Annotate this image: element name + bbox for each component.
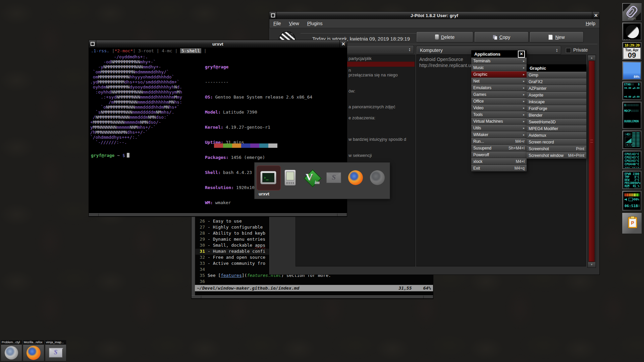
terminal-titlebar[interactable]: urxvt ✕: [89, 40, 347, 48]
close-button[interactable]: ✕: [339, 40, 347, 48]
submenu-arrow-icon: ▸: [523, 73, 525, 76]
list-item[interactable]: w bardziej intuicyjny sposób d: [348, 137, 406, 142]
menu-item-run[interactable]: Run...M4+r: [471, 138, 527, 145]
menu-item-terminals[interactable]: Terminals▸: [471, 58, 527, 64]
dockapp-lcd-display[interactable]: X88888888 MOCP88888 BUBBLEMON: [622, 101, 642, 129]
menu-item-avidemux[interactable]: Avidemux: [527, 132, 586, 139]
applications-menu-titlebar[interactable]: Applications ✕: [471, 50, 527, 58]
dockapp-calclock[interactable]: 18:29:20 Tue, Apr 09: [622, 42, 642, 60]
menu-close-button[interactable]: ✕: [518, 51, 525, 58]
scroll-up-icon[interactable]: ▲: [588, 55, 595, 60]
tab-moc[interactable]: *2-moc*: [114, 48, 133, 53]
menu-item-tools[interactable]: Tools▸: [471, 111, 527, 118]
list-item[interactable]: partycja/plik: [348, 56, 372, 61]
scrollbar-thumb[interactable]: [589, 61, 595, 262]
menu-help[interactable]: Help: [582, 21, 599, 26]
submenu-arrow-icon: ▸: [523, 100, 525, 103]
switcher-item-urxvt[interactable]: ›_: [258, 167, 279, 188]
vim-resizebar[interactable]: [192, 295, 433, 299]
list-item[interactable]: przełączania się na niego: [348, 72, 398, 77]
miniaturize-button[interactable]: [269, 12, 277, 19]
shell-prompt[interactable]: gryf@rage ~ $: [91, 153, 129, 158]
miniwindow-problem[interactable]: Problem...ctyl: [1, 340, 22, 361]
miniwindow-firefox[interactable]: Mozilla...refox: [23, 340, 44, 361]
dockapp-cputemp[interactable]: CPU143°C CPU243°C CPU343°C CPU440°C GPU3…: [622, 150, 642, 170]
miniaturize-button[interactable]: [89, 40, 96, 48]
line-number: 28: [195, 231, 205, 236]
new-button[interactable]: New: [530, 32, 584, 43]
menu-item-screenshot[interactable]: ScreenshotPrint: [527, 145, 586, 152]
memo-scrollbar[interactable]: ▲ ▼: [587, 55, 596, 268]
menu-item-grafx2[interactable]: GraFX2: [527, 78, 586, 85]
list-item[interactable]: a panoramicznych zdjęć: [348, 104, 395, 109]
scrollbar-grip: [590, 140, 593, 142]
menu-item-azpainter[interactable]: AZPainter: [527, 85, 586, 92]
terminal-color-palette: [214, 143, 277, 148]
firefox-icon: [348, 170, 363, 185]
miniwindow-mail[interactable]: vimja_imap... S: [45, 340, 66, 361]
menu-item-office[interactable]: Office▸: [471, 98, 527, 105]
terminal-resizebar[interactable]: [89, 213, 347, 217]
menu-file[interactable]: File: [269, 21, 285, 26]
menu-item-emulators[interactable]: Emulators▸: [471, 84, 527, 91]
firefox-icon: [26, 346, 41, 360]
switcher-item-browser[interactable]: [367, 167, 388, 188]
net-tx-total: ▲0.00: [633, 96, 640, 98]
tab-rss[interactable]: .1-rss.: [91, 48, 109, 53]
menu-item-fontforge[interactable]: FontForge: [527, 105, 586, 112]
graphic-submenu-titlebar[interactable]: Graphic: [527, 64, 586, 72]
private-checkbox[interactable]: [566, 48, 571, 53]
menu-item-net[interactable]: Net▸: [471, 78, 527, 84]
list-item[interactable]: n: [348, 68, 351, 73]
tab-shell-active[interactable]: 5-shell: [180, 48, 201, 53]
menu-item-gimp[interactable]: Gimp: [527, 72, 586, 78]
dockapp-mixer[interactable]: 8438 ◂▸: [622, 130, 642, 149]
dockapp-netmonitor[interactable]: ETH088B ▼0.00▲0.00 ▼0.00▲0.00: [622, 81, 642, 101]
switcher-item-firefox[interactable]: [345, 167, 366, 188]
menu-item-suspend[interactable]: SusupendSh+M4+l: [471, 145, 527, 152]
tab-mc[interactable]: 4-mc: [162, 48, 172, 53]
menu-item-xlock[interactable]: xlockM4+l: [471, 158, 527, 165]
copy-button[interactable]: Copy: [474, 32, 529, 43]
dockapp-parcellite[interactable]: P: [622, 213, 642, 234]
menu-item-utils[interactable]: Utils▸: [471, 125, 527, 131]
list-item[interactable]: ów:: [348, 88, 355, 94]
menu-view[interactable]: View: [285, 21, 303, 26]
mixer-prev-button[interactable]: ◂: [625, 143, 629, 147]
dockapp-bubblemon[interactable]: 04%: [622, 61, 642, 80]
menu-item-aseprite[interactable]: Aseprite: [527, 92, 586, 99]
menu-item-poweroff[interactable]: Poweroff: [471, 152, 527, 158]
jpilot-titlebar[interactable]: J-Pilot 1.8.2 User: gryf ✕: [269, 12, 599, 19]
delete-button[interactable]: Delete: [416, 32, 473, 43]
switcher-item-gvim[interactable]: Vim: [302, 167, 322, 188]
menu-item-games[interactable]: Games▸: [471, 91, 527, 98]
switcher-item-jpilot[interactable]: [280, 167, 301, 188]
menu-item-graphic[interactable]: Graphic▸: [471, 71, 527, 78]
menu-item-screen-record[interactable]: Screen record: [527, 139, 586, 145]
dockapp-battery[interactable]: 90% 06:51B8: [622, 190, 642, 211]
palm-pda-icon: [284, 170, 296, 186]
menu-item-mpeg4-modifier[interactable]: MPEG4 Modifier: [527, 125, 586, 132]
dockapp-weather[interactable]: EPWR2300 TMP8°C DEW2°C PRS1009hPa HUM65 …: [622, 170, 642, 190]
menu-item-blender[interactable]: Blender: [527, 112, 586, 119]
menu-item-inkscape[interactable]: Inkscape: [527, 99, 586, 105]
menu-item-music[interactable]: Music▸: [471, 64, 527, 71]
menu-plugins[interactable]: Plugins: [303, 21, 327, 26]
dockapp-button[interactable]: ...: [622, 22, 642, 41]
switcher-item-mail[interactable]: S: [323, 167, 344, 188]
shortcut: M4+Print: [568, 153, 584, 158]
tab-root[interactable]: 3-root: [138, 48, 154, 53]
menu-item-sweethome3d[interactable]: SweetHome3D: [527, 119, 586, 125]
dock-clip[interactable]: main: [622, 3, 642, 21]
list-item[interactable]: e zobaczenia:: [348, 115, 375, 120]
menu-item-exit[interactable]: ExitM4+q: [471, 165, 527, 172]
menu-item-screenshot-window[interactable]: Screenshot windowM4+Print: [527, 152, 586, 159]
line-text: - Free and open source: [208, 255, 265, 260]
menu-item-video[interactable]: Video▸: [471, 105, 527, 111]
close-button[interactable]: ✕: [592, 12, 599, 19]
scroll-down-icon[interactable]: ▼: [588, 262, 595, 267]
list-item[interactable]: w sekwencji: [348, 153, 372, 158]
menu-item-virtual-machines[interactable]: Virtual Machines▸: [471, 118, 527, 125]
menu-item-wmaker[interactable]: WMaker▸: [471, 131, 527, 138]
line-number: 26: [195, 219, 205, 224]
